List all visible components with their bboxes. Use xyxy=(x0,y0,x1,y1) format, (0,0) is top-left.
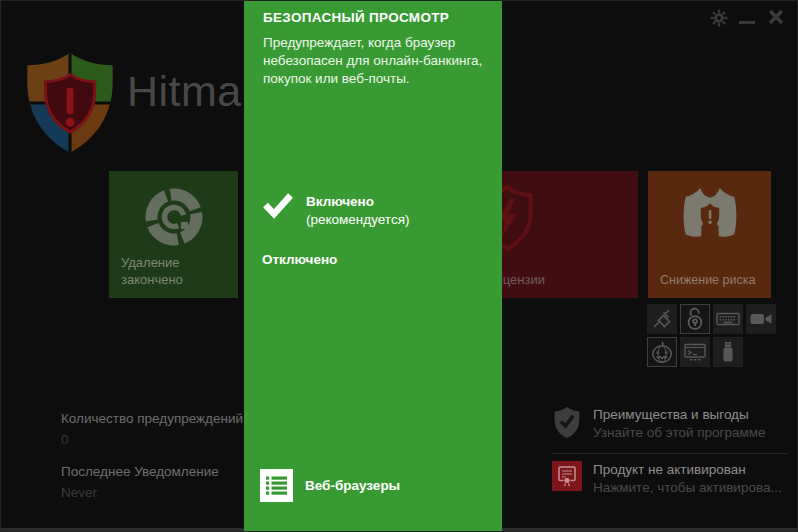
list-icon xyxy=(260,469,293,502)
activation-row[interactable]: Продукт не активирован Нажмите, чтобы ак… xyxy=(552,461,792,497)
activation-subtitle: Нажмите, чтобы активирова... xyxy=(593,480,782,495)
mitigation-usb-drive-icon[interactable] xyxy=(713,337,743,367)
tile-removal-finished[interactable]: Удаление закончено xyxy=(109,171,238,298)
benefits-row[interactable]: Преимущества и выгоды Узнайте об этой пр… xyxy=(552,406,792,442)
last-alert-value: Never xyxy=(61,485,97,500)
tile-risk-label: Снижение риска xyxy=(660,272,755,289)
panel-title: БЕЗОПАСНЫЙ ПРОСМОТР xyxy=(263,10,449,25)
tile-removal-label: Удаление закончено xyxy=(121,254,226,289)
option-disabled[interactable]: Отключено xyxy=(262,252,337,267)
alerts-count-label: Количество предупреждений xyxy=(61,411,243,426)
mitigation-pumpkin-icon[interactable] xyxy=(647,337,677,367)
shield-check-icon xyxy=(552,406,582,443)
mitigation-console-icon[interactable] xyxy=(680,337,710,367)
minimize-icon[interactable] xyxy=(739,21,755,24)
mitigation-keyboard-icon[interactable] xyxy=(713,304,743,334)
certificate-icon xyxy=(552,461,582,491)
scan-target-icon xyxy=(141,184,207,254)
panel-description: Предупреждает, когда браузер небезопасен… xyxy=(263,34,493,88)
web-browsers-label: Веб-браузеры xyxy=(305,478,400,493)
benefits-subtitle: Узнайте об этой программе xyxy=(593,425,766,440)
enabled-note: (рекомендуется) xyxy=(306,211,409,229)
mitigation-open-padlock-icon[interactable] xyxy=(680,304,710,334)
safe-browsing-panel: БЕЗОПАСНЫЙ ПРОСМОТР Предупреждает, когда… xyxy=(244,1,502,532)
hitmanpro-window: HitmanPro Удаление закончено Лицензии xyxy=(0,0,798,532)
alerts-count-value: 0 xyxy=(61,432,69,447)
benefits-title: Преимущества и выгоды xyxy=(593,407,749,422)
vest-icon xyxy=(679,184,741,252)
web-browsers-button[interactable]: Веб-браузеры xyxy=(260,469,400,502)
info-divider xyxy=(552,453,788,454)
option-enabled[interactable]: Включено (рекомендуется) xyxy=(263,193,409,229)
mitigation-syringe-icon[interactable] xyxy=(647,304,677,334)
last-alert-label: Последнее Уведомление xyxy=(61,464,219,479)
hitmanpro-logo xyxy=(21,51,119,155)
mitigation-webcam-icon[interactable] xyxy=(746,304,776,334)
tile-risk-reduction[interactable]: Снижение риска xyxy=(648,171,771,298)
close-icon[interactable] xyxy=(767,8,785,26)
enabled-label: Включено xyxy=(306,193,409,211)
settings-gear-icon[interactable] xyxy=(710,9,728,27)
check-icon xyxy=(263,193,293,219)
activation-title: Продукт не активирован xyxy=(593,462,746,477)
